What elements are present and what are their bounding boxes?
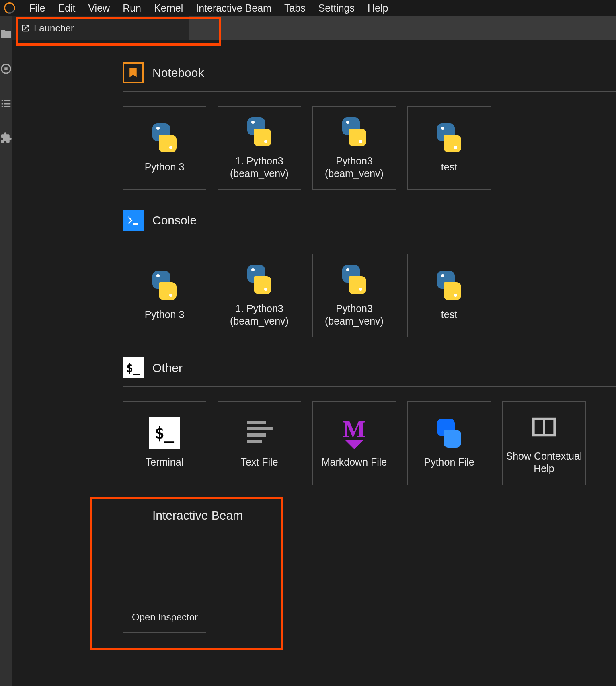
card-label: Python3 (beam_venv) [313, 302, 396, 328]
text-file-icon [244, 417, 275, 449]
menu-view[interactable]: View [82, 1, 116, 16]
menu-run[interactable]: Run [116, 1, 148, 16]
card-label: Open Inspector [129, 611, 200, 623]
tab-label: Launcher [34, 23, 74, 34]
markdown-icon: M [339, 417, 370, 449]
launcher-card-console-beam1[interactable]: 1. Python3 (beam_venv) [218, 254, 301, 337]
interactive-beam-section-icon [123, 505, 144, 526]
menu-kernel[interactable]: Kernel [148, 1, 189, 16]
launcher-card-terminal[interactable]: $_ Terminal [123, 401, 206, 485]
launcher-card-pythonfile[interactable]: Python File [407, 401, 491, 485]
card-label: Terminal [143, 456, 186, 468]
section-interactive-beam: Interactive Beam Open Inspector [123, 505, 616, 633]
svg-rect-1 [4, 67, 8, 70]
card-label: test [439, 308, 460, 321]
section-console: Console Python 3 1. Python3 (beam_venv) … [123, 210, 616, 337]
menu-settings[interactable]: Settings [312, 1, 361, 16]
section-title: Console [152, 214, 197, 227]
launcher-card-notebook-beam2[interactable]: Python3 (beam_venv) [312, 106, 396, 190]
section-title: Interactive Beam [152, 509, 243, 522]
card-label: Markdown File [319, 456, 390, 468]
python-icon [149, 270, 180, 301]
tab-launcher[interactable]: Launcher [12, 16, 189, 40]
tab-bar: Launcher [12, 16, 616, 40]
launcher-card-textfile[interactable]: Text File [218, 401, 301, 485]
python-icon [149, 122, 180, 154]
section-title: Other [152, 361, 183, 375]
activity-bar [0, 16, 12, 686]
launcher-card-console-test[interactable]: test [407, 254, 491, 337]
menu-help[interactable]: Help [361, 1, 394, 16]
launch-icon [21, 24, 30, 33]
card-label: Python 3 [142, 161, 187, 173]
card-label: Python File [421, 456, 476, 468]
launcher-panel: Notebook Python 3 1. Python3 (beam_venv)… [12, 40, 616, 686]
menu-file[interactable]: File [23, 1, 51, 16]
section-header: $_ Other [123, 357, 616, 387]
menu-interactive-beam[interactable]: Interactive Beam [189, 1, 278, 16]
launcher-card-open-inspector[interactable]: Open Inspector [123, 549, 206, 633]
python-icon [244, 264, 275, 295]
python-icon [244, 116, 275, 148]
python-icon [433, 122, 465, 154]
launcher-card-notebook-beam1[interactable]: 1. Python3 (beam_venv) [218, 106, 301, 190]
menu-edit[interactable]: Edit [51, 1, 82, 16]
card-label: Python 3 [142, 308, 187, 321]
running-kernels-icon[interactable] [0, 63, 12, 75]
contextual-help-icon [528, 411, 560, 443]
section-title: Notebook [152, 66, 204, 80]
launcher-card-notebook-python3[interactable]: Python 3 [123, 106, 206, 190]
extensions-icon[interactable] [0, 132, 12, 144]
menubar: File Edit View Run Kernel Interactive Be… [0, 0, 616, 16]
card-label: Text File [238, 456, 280, 468]
section-header: Interactive Beam [123, 505, 616, 534]
launcher-card-markdown[interactable]: M Markdown File [312, 401, 396, 485]
python-icon [339, 264, 370, 295]
section-other: $_ Other $_ Terminal Text File [123, 357, 616, 485]
console-section-icon [123, 210, 144, 231]
launcher-card-console-python3[interactable]: Python 3 [123, 254, 206, 337]
launcher-card-contextual-help[interactable]: Show Contextual Help [502, 401, 586, 485]
card-label: Show Contextual Help [503, 450, 585, 475]
card-label: Python3 (beam_venv) [313, 155, 396, 180]
terminal-icon: $_ [149, 417, 180, 449]
notebook-section-icon [123, 62, 144, 83]
python-icon [433, 270, 465, 301]
launcher-card-console-beam2[interactable]: Python3 (beam_venv) [312, 254, 396, 337]
python-icon [339, 116, 370, 148]
menu-tabs[interactable]: Tabs [278, 1, 312, 16]
section-notebook: Notebook Python 3 1. Python3 (beam_venv)… [123, 62, 616, 190]
section-header: Notebook [123, 62, 616, 92]
folder-icon[interactable] [0, 28, 12, 40]
launcher-card-notebook-test[interactable]: test [407, 106, 491, 190]
card-label: 1. Python3 (beam_venv) [218, 302, 301, 328]
python-file-icon [433, 417, 465, 449]
terminal-section-icon: $_ [123, 357, 144, 378]
toc-icon[interactable] [0, 97, 12, 109]
card-label: test [439, 161, 460, 173]
section-header: Console [123, 210, 616, 239]
jupyter-logo-icon [2, 0, 17, 15]
card-label: 1. Python3 (beam_venv) [218, 155, 301, 180]
